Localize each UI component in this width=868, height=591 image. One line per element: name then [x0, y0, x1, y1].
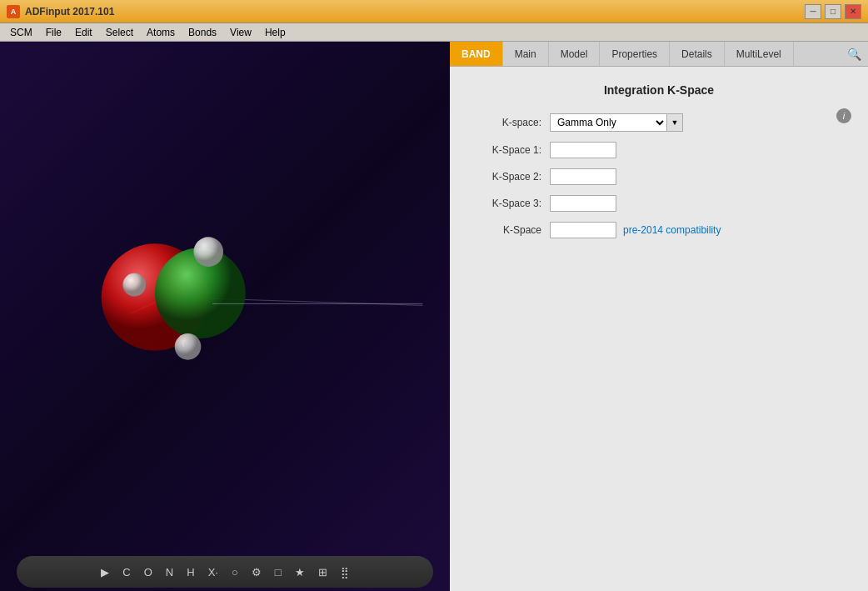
info-button[interactable]: i — [836, 108, 851, 123]
compat-text: pre-2014 compatibility — [623, 224, 721, 236]
molecule-display — [0, 42, 450, 553]
kspace-row: K-space: Gamma Only ▼ — [466, 113, 836, 132]
kspace1-input[interactable] — [550, 142, 616, 158]
kspace3-row: K-Space 3: — [466, 195, 851, 212]
grid-button[interactable]: ⊞ — [315, 564, 331, 580]
kspace-select[interactable]: Gamma Only — [550, 113, 666, 132]
kspace1-label: K-Space 1: — [466, 144, 550, 156]
svg-point-6 — [193, 237, 223, 267]
menu-bar: SCM File Edit Select Atoms Bonds View He… — [0, 23, 868, 42]
star-button[interactable]: ★ — [292, 564, 308, 580]
tab-properties[interactable]: Properties — [600, 42, 670, 66]
menu-bonds[interactable]: Bonds — [182, 25, 223, 40]
window-controls: ─ □ ✕ — [805, 4, 861, 19]
viewer-panel: ▶ C O N H X· ○ ⚙ □ ★ ⊞ ⣿ — [0, 42, 450, 591]
content-area: Integration K-Space i K-space: Gamma Onl… — [450, 67, 868, 591]
search-button[interactable]: 🔍 — [841, 42, 868, 66]
tab-main[interactable]: Main — [503, 42, 549, 66]
o-button[interactable]: O — [141, 564, 156, 580]
kspace2-input[interactable] — [550, 168, 616, 185]
menu-view[interactable]: View — [223, 25, 258, 40]
h-button[interactable]: H — [183, 564, 197, 580]
svg-point-7 — [122, 273, 146, 297]
tab-band[interactable]: BAND — [450, 42, 503, 66]
circle-button[interactable]: ○ — [228, 564, 242, 580]
title-bar: A ADFinput 2017.101 ─ □ ✕ — [0, 0, 868, 23]
window-title: ADFinput 2017.101 — [25, 6, 114, 18]
gear-icon[interactable]: ⚙ — [248, 564, 265, 580]
kspace2-row: K-Space 2: — [466, 168, 851, 185]
multi-grid-button[interactable]: ⣿ — [337, 564, 352, 580]
menu-edit[interactable]: Edit — [68, 25, 99, 40]
svg-point-8 — [175, 333, 202, 360]
close-button[interactable]: ✕ — [845, 4, 861, 19]
square-button[interactable]: □ — [272, 564, 285, 580]
app-icon: A — [7, 5, 20, 18]
compat-container: pre-2014 compatibility — [550, 222, 721, 238]
maximize-button[interactable]: □ — [825, 4, 841, 19]
menu-help[interactable]: Help — [258, 25, 292, 40]
right-panel: BAND Main Model Properties Details Multi… — [450, 42, 868, 591]
minimize-button[interactable]: ─ — [805, 4, 821, 19]
play-button[interactable]: ▶ — [97, 564, 112, 580]
kspace-compat-label: K-Space — [466, 224, 550, 236]
kspace3-input[interactable] — [550, 195, 616, 212]
kspace-dropdown-container: Gamma Only ▼ — [550, 113, 683, 132]
n-button[interactable]: N — [162, 564, 177, 580]
section-title: Integration K-Space — [466, 83, 851, 97]
menu-scm[interactable]: SCM — [3, 25, 39, 40]
tab-model[interactable]: Model — [549, 42, 601, 66]
kspace1-row: K-Space 1: — [466, 142, 851, 158]
viewer-toolbar: ▶ C O N H X· ○ ⚙ □ ★ ⊞ ⣿ — [17, 556, 433, 588]
kspace3-label: K-Space 3: — [466, 198, 550, 209]
c-button[interactable]: C — [119, 564, 133, 580]
menu-atoms[interactable]: Atoms — [140, 25, 182, 40]
tabs-bar: BAND Main Model Properties Details Multi… — [450, 42, 868, 67]
main-layout: ▶ C O N H X· ○ ⚙ □ ★ ⊞ ⣿ BAND Main Model… — [0, 42, 868, 591]
tab-details[interactable]: Details — [670, 42, 725, 66]
menu-file[interactable]: File — [39, 25, 68, 40]
dropdown-arrow-button[interactable]: ▼ — [666, 113, 683, 132]
kspace2-label: K-Space 2: — [466, 171, 550, 183]
viewer-canvas[interactable] — [0, 42, 450, 553]
menu-select[interactable]: Select — [99, 25, 140, 40]
tab-multilevel[interactable]: MultiLevel — [725, 42, 794, 66]
kspace-compat-input[interactable] — [550, 222, 616, 238]
kspace-compat-row: K-Space pre-2014 compatibility — [466, 222, 851, 238]
x-button[interactable]: X· — [205, 564, 222, 580]
kspace-label: K-space: — [466, 117, 550, 128]
